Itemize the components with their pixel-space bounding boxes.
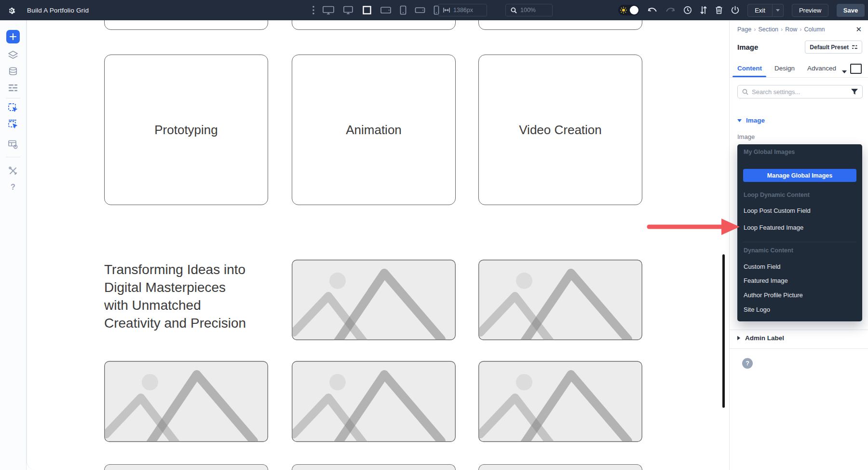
device-phone-landscape-icon[interactable] (415, 7, 425, 14)
sidebar-item-select-module[interactable] (6, 101, 20, 115)
tab-advanced[interactable]: Advanced (807, 65, 836, 72)
sidebar-item-help[interactable]: ? (6, 180, 20, 194)
history-icon[interactable] (683, 6, 692, 14)
settings-gear-icon[interactable] (7, 6, 16, 15)
dropdown-item-custom-field[interactable]: Custom Field (744, 263, 781, 270)
sun-icon (620, 7, 627, 14)
default-preset-button[interactable]: Default Preset (805, 41, 862, 54)
image-placeholder-art (292, 361, 456, 442)
sidebar-item-structure[interactable] (6, 48, 20, 62)
breadcrumb: Page › Section › Row › Column (737, 26, 825, 33)
dropdown-item-author-profile-picture[interactable]: Author Profile Picture (744, 291, 803, 299)
save-button[interactable]: Save (837, 4, 865, 17)
image-placeholder-partial[interactable] (292, 464, 456, 470)
dropdown-item-loop-post-custom-field[interactable]: Loop Post Custom Field (744, 207, 811, 214)
dropdown-item-featured-image[interactable]: Featured Image (744, 277, 788, 284)
panel-divider (730, 330, 868, 330)
service-card-partial[interactable] (292, 20, 456, 30)
select-row-icon (8, 119, 18, 130)
dropdown-item-loop-featured-image[interactable]: Loop Featured Image (744, 224, 803, 231)
responsive-desktop-icon[interactable] (850, 64, 862, 74)
toggle-knob (630, 6, 638, 14)
dropdown-item-site-logo[interactable]: Site Logo (744, 306, 770, 313)
panel-divider (730, 348, 868, 349)
service-card-partial[interactable] (104, 20, 268, 30)
import-export-icon[interactable] (700, 6, 707, 14)
image-placeholder-partial[interactable] (104, 464, 268, 470)
image-source-dropdown: My Global Images Manage Global Images Lo… (737, 144, 862, 321)
close-panel-button[interactable]: ✕ (855, 25, 862, 34)
device-laptop-icon[interactable] (342, 5, 354, 15)
portfolio-heading[interactable]: Transforming Ideas into Digital Masterpi… (104, 261, 263, 332)
left-toolbar: ? (0, 20, 27, 470)
chevron-down-icon (842, 70, 847, 73)
accordion-admin-label[interactable]: Admin Label (737, 334, 784, 342)
heading-line: with Unmatched (104, 296, 263, 314)
breadcrumb-column[interactable]: Column (804, 26, 825, 33)
manage-global-images-button[interactable]: Manage Global Images (743, 169, 856, 182)
sidebar-divider (6, 157, 20, 157)
list-dashes-icon (8, 84, 18, 92)
trash-icon[interactable] (715, 6, 723, 14)
admin-label-text: Admin Label (745, 334, 784, 342)
breadcrumb-row[interactable]: Row (785, 26, 797, 33)
canvas-width-input[interactable]: 1386px (438, 4, 487, 16)
service-card-partial[interactable] (478, 20, 642, 30)
search-settings-input[interactable] (752, 88, 848, 96)
service-card[interactable]: Prototyping (104, 55, 268, 205)
question-icon: ? (746, 360, 749, 367)
sidebar-item-table-settings[interactable] (6, 138, 20, 151)
sidebar-item-tools[interactable] (6, 164, 20, 178)
database-icon (8, 67, 18, 76)
redo-icon[interactable] (665, 7, 675, 14)
canvas-width-value: 1386px (453, 7, 473, 14)
sidebar-item-select-row[interactable] (6, 118, 20, 131)
device-desktop-icon[interactable] (322, 5, 335, 15)
sidebar-item-data[interactable] (6, 65, 20, 78)
sidebar-item-templates[interactable] (6, 81, 20, 95)
tab-design[interactable]: Design (774, 65, 795, 72)
exit-button[interactable]: Exit (747, 4, 773, 17)
preview-button[interactable]: Preview (792, 4, 828, 17)
breadcrumb-separator: › (800, 26, 801, 33)
dropdown-group-my-global-images: My Global Images (744, 149, 795, 155)
undo-icon[interactable] (648, 7, 657, 14)
image-placeholder[interactable] (104, 361, 268, 442)
panel-help-button[interactable]: ? (742, 358, 753, 369)
power-icon[interactable] (731, 6, 739, 14)
breadcrumb-section[interactable]: Section (758, 26, 778, 33)
service-card[interactable]: Animation (292, 55, 456, 205)
device-tablet-landscape-icon[interactable] (380, 6, 392, 14)
heading-line: Transforming Ideas into (104, 261, 263, 278)
exit-caret-button[interactable] (773, 4, 784, 17)
tools-icon (8, 166, 18, 176)
sidebar-divider (6, 98, 20, 98)
zoom-input[interactable]: 100% (505, 4, 553, 16)
image-placeholder[interactable] (292, 361, 456, 442)
image-placeholder-partial[interactable] (478, 464, 642, 470)
table-gear-icon (8, 139, 18, 149)
service-card[interactable]: Video Creation (478, 55, 642, 205)
theme-toggle[interactable] (618, 5, 639, 15)
add-element-button[interactable] (6, 30, 20, 43)
accordion-image[interactable]: Image (737, 117, 765, 124)
image-placeholder[interactable] (478, 361, 642, 442)
image-placeholder-art (292, 260, 456, 340)
accordion-image-label: Image (746, 117, 765, 124)
image-placeholder[interactable] (478, 260, 642, 340)
device-frame-active-icon[interactable] (362, 5, 372, 15)
kebab-menu-icon[interactable] (312, 6, 314, 14)
top-toolbar: Build A Portfolio Grid (0, 0, 868, 20)
dropdown-group-dynamic-content: Dynamic Content (744, 247, 793, 254)
tab-content[interactable]: Content (737, 65, 762, 72)
filter-funnel-icon[interactable] (851, 89, 858, 95)
breadcrumb-page[interactable]: Page (737, 26, 751, 33)
panel-tabs: Content Design Advanced (737, 65, 836, 72)
breadcrumb-separator: › (754, 26, 756, 33)
canvas-scrollbar[interactable] (722, 254, 725, 408)
image-placeholder[interactable] (292, 260, 456, 340)
tabs-more-button[interactable] (842, 67, 847, 75)
device-tablet-portrait-icon[interactable] (399, 5, 407, 15)
builder-app: Build A Portfolio Grid (0, 0, 868, 470)
width-arrows-icon (443, 8, 450, 13)
